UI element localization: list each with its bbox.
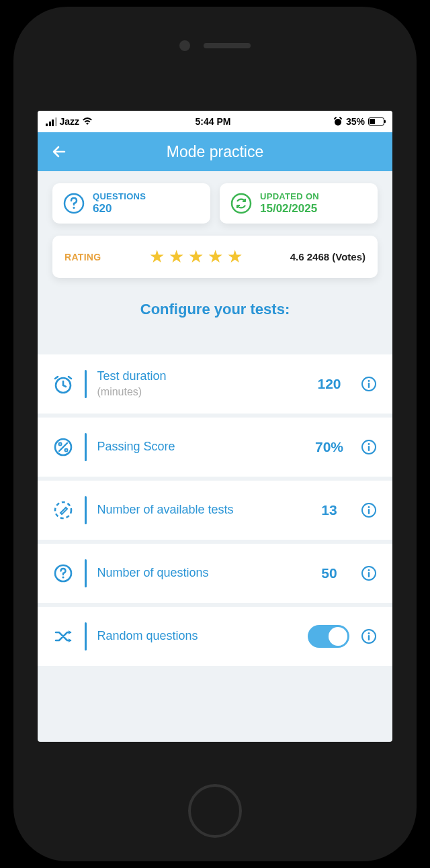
screen: Jazz 5:44 PM 35% Mode practice xyxy=(38,111,392,742)
clock-icon xyxy=(52,373,74,395)
row-label: Number of questions xyxy=(97,565,299,581)
row-value: 50 xyxy=(309,565,349,581)
back-button[interactable] xyxy=(51,140,74,163)
target-icon xyxy=(52,499,74,521)
row-label: Test duration (minutes) xyxy=(97,369,299,400)
star-icon: ★ xyxy=(169,246,184,267)
random-toggle[interactable] xyxy=(308,625,349,648)
phone-hardware-top xyxy=(179,40,251,51)
row-value: 120 xyxy=(309,376,349,392)
config-list: Test duration (minutes) 120 Passing Scor… xyxy=(38,354,392,666)
svg-point-10 xyxy=(65,449,68,452)
row-label: Passing Score xyxy=(97,439,299,454)
percent-icon xyxy=(52,436,74,458)
divider xyxy=(85,496,87,524)
wifi-icon xyxy=(82,117,93,126)
star-icon: ★ xyxy=(227,246,243,267)
summary-section: QUESTIONS 620 UPDATED ON 15/02/2025 RATI… xyxy=(38,171,392,354)
rating-text: 4.6 2468 (Votes) xyxy=(290,251,366,262)
info-icon[interactable] xyxy=(360,628,378,645)
questions-label: QUESTIONS xyxy=(93,191,146,201)
status-time: 5:44 PM xyxy=(196,116,231,127)
svg-point-24 xyxy=(368,632,370,634)
shuffle-icon xyxy=(52,626,74,647)
app-header: Mode practice xyxy=(38,132,392,171)
row-test-duration[interactable]: Test duration (minutes) 120 xyxy=(38,354,392,414)
svg-point-12 xyxy=(368,443,370,445)
row-label: Number of available tests xyxy=(97,502,299,518)
divider xyxy=(85,559,87,587)
svg-point-0 xyxy=(335,119,341,126)
rating-stars: ★ ★ ★ ★ ★ xyxy=(109,246,282,267)
phone-frame: Jazz 5:44 PM 35% Mode practice xyxy=(13,7,417,861)
updated-label: UPDATED ON xyxy=(260,191,319,201)
svg-rect-25 xyxy=(368,635,370,640)
divider xyxy=(85,370,87,398)
row-label: Random questions xyxy=(97,628,298,644)
rating-label: RATING xyxy=(64,252,101,262)
questions-value: 620 xyxy=(93,202,146,215)
svg-point-21 xyxy=(368,569,370,571)
alarm-icon xyxy=(333,117,343,126)
star-icon: ★ xyxy=(208,246,223,267)
svg-point-16 xyxy=(368,506,370,508)
svg-rect-13 xyxy=(368,446,370,451)
info-icon[interactable] xyxy=(360,565,378,582)
svg-rect-7 xyxy=(368,383,370,388)
rating-card[interactable]: RATING ★ ★ ★ ★ ★ 4.6 2468 (Votes) xyxy=(52,236,378,278)
question-icon xyxy=(52,563,74,584)
svg-point-9 xyxy=(59,443,62,446)
svg-point-2 xyxy=(73,207,75,209)
star-icon: ★ xyxy=(188,246,204,267)
questions-card[interactable]: QUESTIONS 620 xyxy=(52,183,210,224)
updated-value: 15/02/2025 xyxy=(260,202,319,215)
page-title: Mode practice xyxy=(167,143,263,161)
configure-heading: Configure your tests: xyxy=(52,301,378,318)
question-icon xyxy=(62,191,86,215)
row-value: 13 xyxy=(309,502,349,518)
divider xyxy=(85,433,87,461)
carrier-label: Jazz xyxy=(60,116,80,127)
svg-point-3 xyxy=(232,194,251,213)
info-icon[interactable] xyxy=(360,438,378,456)
row-passing-score[interactable]: Passing Score 70% xyxy=(38,418,392,477)
info-icon[interactable] xyxy=(360,501,378,519)
svg-rect-17 xyxy=(368,509,370,514)
svg-point-19 xyxy=(62,576,64,578)
svg-point-6 xyxy=(368,380,370,382)
star-icon: ★ xyxy=(149,246,165,267)
svg-rect-22 xyxy=(368,572,370,577)
updated-card[interactable]: UPDATED ON 15/02/2025 xyxy=(220,183,378,224)
refresh-icon xyxy=(229,191,253,215)
row-random-questions[interactable]: Random questions xyxy=(38,607,392,666)
home-button[interactable] xyxy=(188,784,242,838)
status-bar: Jazz 5:44 PM 35% xyxy=(38,111,392,132)
row-value: 70% xyxy=(309,439,349,455)
info-icon[interactable] xyxy=(360,375,378,393)
signal-icon xyxy=(46,117,57,126)
battery-pct: 35% xyxy=(346,116,365,127)
row-available-tests[interactable]: Number of available tests 13 xyxy=(38,481,392,540)
battery-icon xyxy=(368,117,384,126)
divider xyxy=(85,622,87,650)
row-number-questions[interactable]: Number of questions 50 xyxy=(38,544,392,603)
